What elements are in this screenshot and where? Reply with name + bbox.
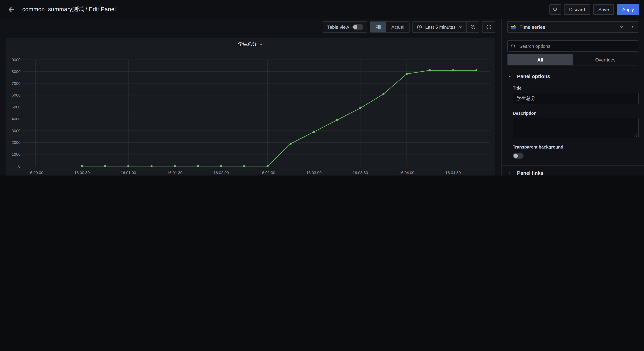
chevron-down-icon — [620, 25, 624, 29]
table-view-label: Table view — [323, 24, 352, 30]
panel-title-input[interactable] — [513, 93, 638, 104]
topbar-actions: ⚙ Discard Save Apply — [550, 4, 639, 14]
fill-actual-segmented: Fill Actual — [370, 21, 410, 33]
refresh-icon — [486, 24, 491, 30]
title-field-label: Title — [513, 86, 638, 91]
chevron-down-icon — [458, 25, 462, 29]
svg-text:2000: 2000 — [12, 140, 20, 145]
transparent-bg-label: Transparent background — [513, 144, 638, 150]
top-navbar: common_summary测试 / Edit Panel ⚙ Discard … — [0, 0, 644, 19]
chart-panel: 学生总分 01000200030004000500060007000800090… — [6, 38, 495, 176]
refresh-button[interactable] — [482, 22, 495, 32]
svg-text:16:03:30: 16:03:30 — [352, 170, 368, 175]
transparent-bg-toggle[interactable] — [513, 153, 524, 158]
search-input[interactable] — [518, 43, 635, 49]
svg-text:16:04:30: 16:04:30 — [445, 170, 461, 175]
filter-overrides-tab[interactable]: Overrides — [573, 54, 638, 65]
fill-option[interactable]: Fill — [370, 22, 386, 32]
zoom-out-button[interactable] — [467, 22, 479, 32]
chevron-down-icon — [259, 42, 263, 46]
svg-text:9000: 9000 — [12, 58, 20, 62]
main-column: Table view Fill Actual Last 5 minutes — [0, 19, 501, 176]
chevron-down-icon — [508, 74, 512, 78]
svg-text:8000: 8000 — [12, 70, 20, 74]
section-title: Panel links — [517, 170, 543, 176]
viz-type-label: Time series — [520, 24, 545, 30]
discard-button[interactable]: Discard — [564, 4, 590, 14]
description-field-label: Description — [513, 111, 638, 116]
back-arrow-icon — [8, 6, 14, 13]
panel-description-textarea[interactable] — [513, 118, 638, 138]
svg-text:16:00:00: 16:00:00 — [28, 170, 43, 175]
time-range-label: Last 5 minutes — [425, 24, 456, 30]
table-view-toggle[interactable] — [352, 24, 363, 30]
filter-all-tab[interactable]: All — [508, 54, 573, 65]
svg-text:16:04:00: 16:04:00 — [399, 170, 414, 175]
actual-option[interactable]: Actual — [386, 22, 410, 32]
time-range-picker[interactable]: Last 5 minutes — [413, 22, 466, 32]
svg-text:16:00:30: 16:00:30 — [74, 170, 90, 175]
svg-text:6000: 6000 — [12, 93, 20, 98]
svg-text:1000: 1000 — [12, 152, 20, 156]
search-icon — [511, 44, 516, 48]
panel-settings-button[interactable]: ⚙ — [550, 4, 561, 14]
apply-button[interactable]: Apply — [617, 4, 639, 14]
svg-text:16:01:00: 16:01:00 — [121, 170, 136, 175]
panel-title: 学生总分 — [238, 41, 257, 48]
svg-text:3000: 3000 — [12, 128, 20, 133]
resize-corner-icon — [634, 134, 638, 137]
refresh-control — [482, 21, 495, 33]
visualization-picker[interactable]: Time series — [507, 21, 638, 33]
options-sidebar: Time series All Overrides — [501, 19, 644, 176]
table-view-control: Table view — [323, 21, 367, 33]
zoom-out-icon — [470, 24, 476, 30]
chevron-right-icon — [508, 171, 512, 175]
svg-text:4000: 4000 — [12, 117, 20, 121]
svg-text:16:03:00: 16:03:00 — [306, 170, 322, 175]
time-range-control: Last 5 minutes — [412, 21, 479, 33]
svg-text:16:02:30: 16:02:30 — [260, 170, 275, 175]
panel-options-section-header[interactable]: Panel options — [507, 73, 638, 79]
breadcrumb: common_summary测试 / Edit Panel — [22, 6, 116, 13]
viz-toolbar: Table view Fill Actual Last 5 minutes — [323, 21, 495, 33]
svg-text:16:02:00: 16:02:00 — [214, 170, 229, 175]
section-title: Panel options — [517, 73, 550, 79]
panel-links-section-header[interactable]: Panel links — [507, 166, 638, 176]
svg-text:0: 0 — [18, 164, 20, 168]
options-filter-tabs: All Overrides — [507, 54, 638, 66]
save-button[interactable]: Save — [593, 4, 614, 14]
clock-icon — [417, 24, 422, 30]
timeseries-viz-icon — [510, 24, 516, 30]
options-search[interactable] — [507, 40, 638, 52]
timeseries-chart: 010002000300040005000600070008000900016:… — [9, 52, 492, 176]
collapse-sidebar-button[interactable] — [627, 22, 638, 32]
gear-icon: ⚙ — [553, 6, 558, 12]
chevron-right-icon — [630, 25, 634, 29]
svg-text:5000: 5000 — [12, 105, 20, 109]
back-button[interactable] — [5, 3, 17, 16]
grafana-edit-panel: common_summary测试 / Edit Panel ⚙ Discard … — [0, 0, 644, 176]
svg-text:7000: 7000 — [12, 81, 20, 86]
panel-title-menu[interactable]: 学生总分 — [6, 39, 495, 50]
svg-text:16:01:30: 16:01:30 — [167, 170, 182, 175]
